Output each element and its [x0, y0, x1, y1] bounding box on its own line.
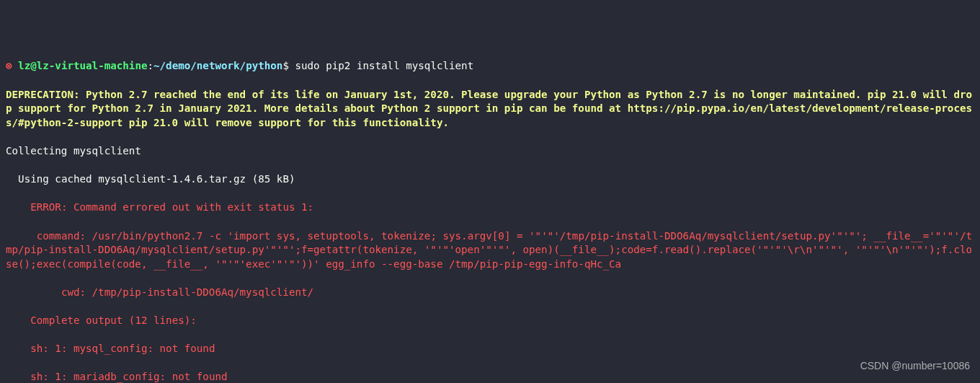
prompt-line: ⊗ lz@lz-virtual-machine:~/demo/network/p…: [6, 59, 974, 74]
deprecation-text: Python 2.7 reached the end of its life o…: [6, 89, 972, 128]
deprecation-label: DEPRECATION:: [6, 89, 80, 100]
error-sh1: sh: 1: mysql_config: not found: [6, 342, 974, 356]
prompt-sep1: :: [147, 60, 153, 71]
prompt-sep2: $: [282, 60, 295, 71]
error-cwd: cwd: /tmp/pip-install-DDO6Aq/mysqlclient…: [6, 286, 974, 300]
error-complete-output: Complete output (12 lines):: [6, 314, 974, 328]
cached-line: Using cached mysqlclient-1.4.6.tar.gz (8…: [6, 172, 974, 187]
command-input[interactable]: sudo pip2 install mysqlclient: [295, 60, 473, 71]
collecting-line: Collecting mysqlclient: [6, 144, 974, 159]
deprecation-line: DEPRECATION: Python 2.7 reached the end …: [6, 88, 974, 131]
error-command: command: /usr/bin/python2.7 -c 'import s…: [6, 229, 974, 272]
error-sh2: sh: 1: mariadb_config: not found: [6, 370, 974, 383]
prompt-path: ~/demo/network/python: [153, 60, 282, 71]
watermark: CSDN @number=10086: [860, 359, 970, 373]
error-header: ERROR: Command errored out with exit sta…: [6, 201, 974, 215]
prompt-user: lz@lz-virtual-machine: [18, 60, 147, 71]
prompt-bullet-icon: ⊗: [6, 60, 12, 71]
